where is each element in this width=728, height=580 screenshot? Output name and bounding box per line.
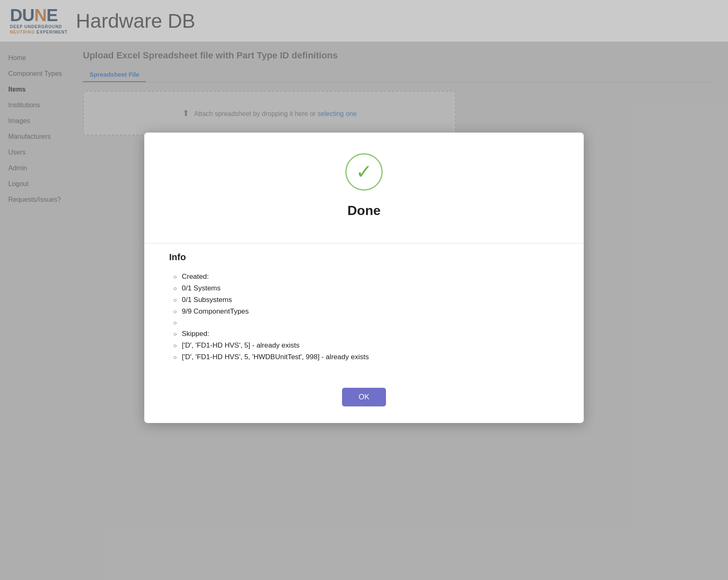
ok-button[interactable]: OK — [342, 388, 386, 406]
list-item: 0/1 Subsystems — [173, 294, 559, 306]
modal-info-section: Info Created: 0/1 Systems 0/1 Subsystems… — [144, 252, 584, 379]
list-item: ['D', 'FD1-HD HVS', 5] - already exists — [173, 340, 559, 351]
info-list: Created: 0/1 Systems 0/1 Subsystems 9/9 … — [173, 271, 559, 363]
list-item: Skipped: — [173, 328, 559, 340]
info-heading: Info — [169, 252, 559, 263]
list-item: ['D', 'FD1-HD HVS', 5, 'HWDBUnitTest', 9… — [173, 351, 559, 363]
success-circle: ✓ — [345, 153, 383, 191]
modal-body: ✓ Done — [144, 133, 584, 235]
success-modal: ✓ Done Info Created: 0/1 Systems 0/1 Sub… — [144, 133, 584, 423]
done-title: Done — [169, 203, 559, 218]
list-item: Created: — [173, 271, 559, 283]
list-item: 0/1 Systems — [173, 283, 559, 294]
modal-backdrop: ✓ Done Info Created: 0/1 Systems 0/1 Sub… — [0, 0, 728, 580]
list-item: 9/9 ComponentTypes — [173, 306, 559, 317]
list-item-empty — [173, 317, 559, 328]
modal-divider — [144, 243, 584, 244]
modal-footer: OK — [144, 379, 584, 423]
check-icon: ✓ — [356, 162, 372, 182]
